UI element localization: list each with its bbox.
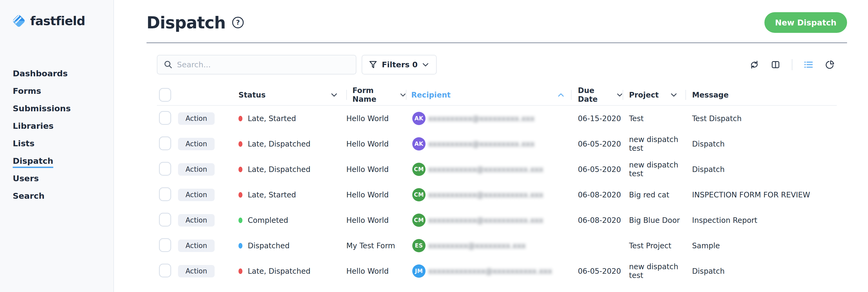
filters-button[interactable]: Filters 0 (362, 55, 437, 74)
row-action-button[interactable]: Action (178, 138, 215, 150)
status-text: Late, Started (248, 114, 296, 123)
status-text: Late, Dispatched (248, 267, 311, 275)
sidebar-item-dispatch[interactable]: Dispatch (0, 153, 114, 171)
row-checkbox[interactable] (159, 162, 171, 176)
project: new dispatch test (629, 262, 678, 280)
table-row: Action Late, Started Hello World CM xxxx… (157, 182, 837, 207)
row-checkbox[interactable] (159, 136, 171, 150)
new-dispatch-button[interactable]: New Dispatch (765, 12, 847, 33)
table-row: Action Dispatched My Test Form ES xxxxxx… (157, 233, 837, 258)
list-view-icon (804, 60, 814, 70)
chevron-down-icon[interactable] (331, 93, 337, 97)
chevron-up-icon[interactable] (558, 93, 564, 97)
table-row: Action Late, Dispatched Hello World JM x… (157, 258, 837, 284)
chart-view-button[interactable] (825, 60, 835, 70)
form-name: Hello World (346, 267, 389, 275)
row-checkbox[interactable] (159, 111, 171, 125)
column-header-form-name[interactable]: Form Name (346, 89, 406, 101)
chevron-down-icon[interactable] (671, 93, 677, 97)
form-name: Hello World (346, 165, 389, 174)
sidebar: fastfield Dashboards Forms Submissions L… (0, 0, 114, 292)
svg-text:?: ? (236, 19, 240, 26)
status-text: Dispatched (248, 241, 289, 250)
column-header-due-date[interactable]: Due Date (571, 89, 623, 101)
recipient-email-redacted: xxxxxxxxxxx@xxxxxxxxxx.xxx (428, 165, 544, 174)
status-text: Late, Started (248, 191, 296, 199)
status-text: Completed (248, 216, 288, 225)
avatar: ES (412, 239, 426, 252)
list-view-button[interactable] (804, 60, 814, 70)
chevron-down-icon[interactable] (617, 93, 623, 97)
table-body: Action Late, Started Hello World AK xxxx… (157, 106, 837, 284)
help-icon[interactable]: ? (232, 17, 244, 29)
form-name: Hello World (346, 114, 389, 123)
recipient-email-redacted: xxxxxxxxx@xxxxxxxx.xxx (428, 241, 526, 250)
recipient-email-redacted: xxxxxxxxxxxxx@xxxxxxxxxx.xxx (428, 267, 552, 275)
message: Dispatch (692, 165, 725, 174)
column-header-recipient-sorted[interactable]: Recipient (406, 89, 571, 101)
column-header-project[interactable]: Project (623, 89, 685, 101)
row-action-button[interactable]: Action (178, 239, 215, 252)
status-dot (239, 192, 242, 198)
message: Inspection Report (692, 216, 757, 225)
chevron-down-icon[interactable] (400, 93, 406, 97)
main-content: Dispatch ? New Dispatch Filters 0 (114, 0, 868, 292)
status-text: Late, Dispatched (248, 140, 311, 149)
row-checkbox[interactable] (159, 264, 171, 278)
sidebar-item-submissions[interactable]: Submissions (0, 101, 114, 118)
sidebar-item-dashboards[interactable]: Dashboards (0, 66, 114, 83)
table-row: Action Late, Started Hello World AK xxxx… (157, 106, 837, 131)
row-action-button[interactable]: Action (178, 189, 215, 201)
row-checkbox[interactable] (159, 238, 171, 252)
refresh-icon (749, 60, 760, 70)
avatar: AK (412, 137, 426, 151)
due-date: 06-15-2020 (578, 114, 621, 123)
select-all-checkbox[interactable] (159, 88, 171, 102)
project: Test (629, 114, 644, 123)
funnel-icon (369, 60, 377, 69)
sidebar-item-forms[interactable]: Forms (0, 83, 114, 101)
message: Test Dispatch (692, 114, 742, 123)
brand-name: fastfield (30, 14, 85, 28)
status-dot (239, 218, 242, 223)
title-divider (147, 42, 847, 43)
brand-logo[interactable]: fastfield (0, 0, 114, 28)
row-action-button[interactable]: Action (178, 112, 215, 125)
project: Big red cat (629, 191, 669, 199)
form-name: My Test Form (346, 241, 395, 250)
recipient-email-redacted: xxxxxxxxxx@xxxxxxxxx.xxx (428, 140, 534, 149)
row-checkbox[interactable] (159, 187, 171, 201)
columns-button[interactable] (771, 60, 781, 70)
sidebar-item-users[interactable]: Users (0, 171, 114, 188)
chevron-down-icon (422, 63, 429, 67)
sidebar-item-libraries[interactable]: Libraries (0, 118, 114, 136)
message: Dispatch (692, 267, 725, 275)
status-dot (239, 141, 242, 147)
project: Big Blue Door (629, 216, 680, 225)
avatar: JM (412, 264, 426, 278)
search-icon (164, 60, 173, 69)
recipient-email-redacted: xxxxxxxxxxx@xxxxxxxxxx.xxx (428, 216, 544, 225)
due-date: 06-08-2020 (578, 216, 621, 225)
project: Test Project (629, 241, 672, 250)
sidebar-item-search[interactable]: Search (0, 188, 114, 206)
column-header-status[interactable]: Status (236, 89, 346, 101)
recipient-email-redacted: xxxxxxxxxx@xxxxxxxxx.xxx (428, 114, 534, 123)
search-input[interactable] (177, 60, 356, 69)
avatar: CM (412, 188, 426, 201)
fastfield-diamond-icon (12, 14, 26, 28)
recipient-email-redacted: xxxxxxxxxxx@xxxxxxxxxx.xxx (428, 191, 544, 199)
refresh-button[interactable] (749, 60, 760, 70)
due-date: 06-05-2020 (578, 267, 621, 275)
row-action-button[interactable]: Action (178, 265, 215, 278)
status-text: Late, Dispatched (248, 165, 311, 174)
form-name: Hello World (346, 140, 389, 149)
sidebar-item-lists[interactable]: Lists (0, 136, 114, 153)
page-title: Dispatch (147, 13, 225, 32)
sidebar-nav: Dashboards Forms Submissions Libraries L… (0, 66, 114, 206)
message: Sample (692, 241, 720, 250)
row-action-button[interactable]: Action (178, 214, 215, 227)
due-date: 06-08-2020 (578, 191, 621, 199)
row-checkbox[interactable] (159, 213, 171, 227)
row-action-button[interactable]: Action (178, 163, 215, 176)
